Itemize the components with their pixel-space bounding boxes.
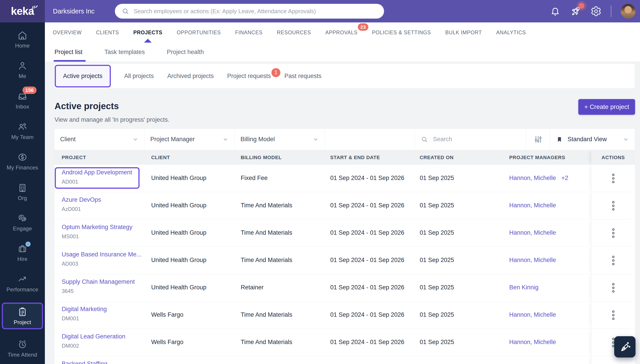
- settings-gear-icon[interactable]: [591, 6, 601, 16]
- nav-tab[interactable]: BULK IMPORT: [445, 22, 482, 42]
- sidebar-item[interactable]: My Finances: [2, 150, 43, 172]
- sidebar-item[interactable]: Inbox 156: [2, 89, 43, 112]
- kebab-menu-icon: [611, 173, 615, 184]
- keka-logo[interactable]: keka: [0, 0, 45, 22]
- view-selector-dropdown[interactable]: Standard View: [550, 129, 635, 150]
- filter-tab[interactable]: Past requests: [284, 72, 322, 80]
- nav-tab[interactable]: CLIENTS: [96, 22, 119, 42]
- row-actions-button[interactable]: [610, 253, 617, 268]
- home-icon: [17, 30, 28, 40]
- row-actions-button[interactable]: [610, 226, 617, 240]
- chevron-down-icon: [132, 136, 138, 142]
- nav-tab[interactable]: ANALYTICS: [496, 22, 526, 42]
- sidebar-item[interactable]: Org: [2, 181, 43, 203]
- ai-assistant-button[interactable]: [614, 336, 635, 358]
- project-manager-link[interactable]: Hannon, Michelle: [509, 339, 556, 346]
- sidebar-item-label: My Finances: [7, 164, 38, 171]
- project-link[interactable]: Digital Lead Generation: [62, 333, 125, 340]
- sub-tab[interactable]: Project list: [55, 42, 83, 62]
- project-manager-filter-label: Project Manager: [150, 136, 222, 143]
- created-on-cell: 01 Sep 2025: [420, 229, 454, 236]
- sidebar-item[interactable]: Home: [2, 28, 43, 51]
- row-actions-button[interactable]: [610, 171, 617, 186]
- project-sub-nav: Project list Task templates Project heal…: [45, 42, 640, 62]
- global-search-input[interactable]: [133, 8, 381, 15]
- row-actions-button[interactable]: [610, 308, 617, 322]
- sidebar-item[interactable]: Hire: [2, 242, 43, 264]
- column-header-project-managers: PROJECT MANAGERS: [509, 155, 565, 160]
- sub-tab-label: Task templates: [105, 49, 145, 56]
- table-filter-bar: Client Project Manager Billing Model: [54, 129, 635, 150]
- start-end-date-cell: 01 Sep 2024 - 01 Sep 2026: [330, 339, 404, 346]
- header-divider: [611, 6, 611, 17]
- sub-tab[interactable]: Project health: [167, 42, 204, 62]
- sub-tab[interactable]: Task templates: [105, 42, 145, 62]
- row-actions-button[interactable]: [610, 198, 617, 213]
- project-code: AzD001: [62, 206, 101, 212]
- sidebar-item[interactable]: Engage: [2, 211, 43, 234]
- project-link[interactable]: Supply Chain Management: [62, 278, 135, 285]
- table-body: Android App Development AD001 United Hea…: [54, 165, 635, 364]
- actions-cell: [591, 247, 635, 274]
- client-filter-dropdown[interactable]: Client: [54, 129, 144, 150]
- project-cell: Backend Staffing: [62, 360, 107, 364]
- kebab-menu-icon: [611, 310, 615, 320]
- more-managers-link[interactable]: +2: [561, 174, 568, 181]
- billing-model-filter-dropdown[interactable]: Billing Model: [235, 129, 325, 150]
- sidebar-item-label: Project: [14, 319, 31, 326]
- row-actions-button[interactable]: [610, 363, 617, 364]
- sidebar-item[interactable]: Performance: [2, 272, 43, 294]
- billing-model-cell: Fixed Fee: [241, 174, 268, 182]
- project-manager-link[interactable]: Hannon, Michelle: [509, 311, 556, 318]
- nav-tab[interactable]: APPROVALS 23: [325, 22, 358, 42]
- client-cell: United Health Group: [151, 257, 206, 264]
- notifications-bell-icon[interactable]: [550, 6, 561, 16]
- nav-tab[interactable]: OPPORTUNITIES: [177, 22, 221, 42]
- nav-tab[interactable]: FINANCES: [235, 22, 262, 42]
- nav-tab-label: OVERVIEW: [53, 30, 82, 36]
- billing-model-cell: Time And Materials: [241, 202, 292, 209]
- actions-cell: [591, 274, 635, 301]
- nav-tab[interactable]: POLICIES & SETTINGS: [372, 22, 431, 42]
- project-manager-link[interactable]: Hannon, Michelle: [509, 202, 556, 209]
- sidebar-item[interactable]: My Team: [2, 120, 43, 142]
- filter-tab[interactable]: Archived projects: [167, 72, 214, 80]
- project-link[interactable]: Optum Marketing Strategy: [62, 224, 132, 231]
- nav-tab-label: FINANCES: [235, 30, 262, 36]
- project-link[interactable]: Backend Staffing: [62, 360, 107, 364]
- table-row: Digital Marketing DM001 Wells Fargo Time…: [54, 302, 635, 329]
- table-search-input[interactable]: [433, 136, 510, 143]
- nav-tab[interactable]: RESOURCES: [277, 22, 311, 42]
- whats-new-rocket-icon[interactable]: [570, 6, 581, 17]
- project-manager-link[interactable]: Hannon, Michelle: [509, 257, 556, 263]
- created-on-cell: 01 Sep 2025: [420, 284, 454, 291]
- column-header-project: PROJECT: [62, 155, 86, 160]
- row-actions-button[interactable]: [610, 280, 617, 295]
- start-end-date-cell: 01 Sep 2024 - 01 Sep 2026: [330, 174, 404, 182]
- nav-tab[interactable]: OVERVIEW: [53, 22, 82, 42]
- global-search[interactable]: [115, 4, 384, 18]
- project-manager-link[interactable]: Ben Kinnig: [509, 284, 539, 291]
- table-search[interactable]: [415, 129, 526, 150]
- project-cell: Optum Marketing Strategy MS001: [62, 224, 132, 240]
- user-avatar[interactable]: [621, 4, 635, 18]
- project-link[interactable]: Azure DevOps: [62, 196, 101, 203]
- sidebar-item[interactable]: Time Attend: [2, 337, 43, 360]
- project-manager-filter-dropdown[interactable]: Project Manager: [144, 129, 235, 150]
- sidebar-item[interactable]: Me: [2, 59, 43, 81]
- project-manager-link[interactable]: Hannon, Michelle: [509, 174, 556, 181]
- project-link[interactable]: Android App Development: [62, 169, 132, 176]
- filter-tab[interactable]: Active projects: [55, 65, 111, 88]
- column-settings-button[interactable]: [526, 129, 550, 150]
- table-row: Digital Lead Generation DM002 Wells Farg…: [54, 329, 635, 356]
- project-link[interactable]: Usage Based Insurance Me...: [62, 251, 142, 258]
- sidebar-item[interactable]: Project: [2, 302, 43, 329]
- nav-tab[interactable]: PROJECTS: [133, 22, 162, 42]
- filter-tab[interactable]: All projects: [124, 72, 154, 80]
- create-project-button[interactable]: + Create project: [578, 99, 635, 115]
- project-link[interactable]: Digital Marketing: [62, 306, 107, 313]
- project-manager-link[interactable]: Hannon, Michelle: [509, 229, 556, 236]
- filter-tab[interactable]: Project requests 1: [227, 72, 271, 80]
- start-end-date-cell: 01 Sep 2024 - 01 Sep 2026: [330, 202, 404, 209]
- nav-tab-label: PROJECTS: [133, 30, 162, 36]
